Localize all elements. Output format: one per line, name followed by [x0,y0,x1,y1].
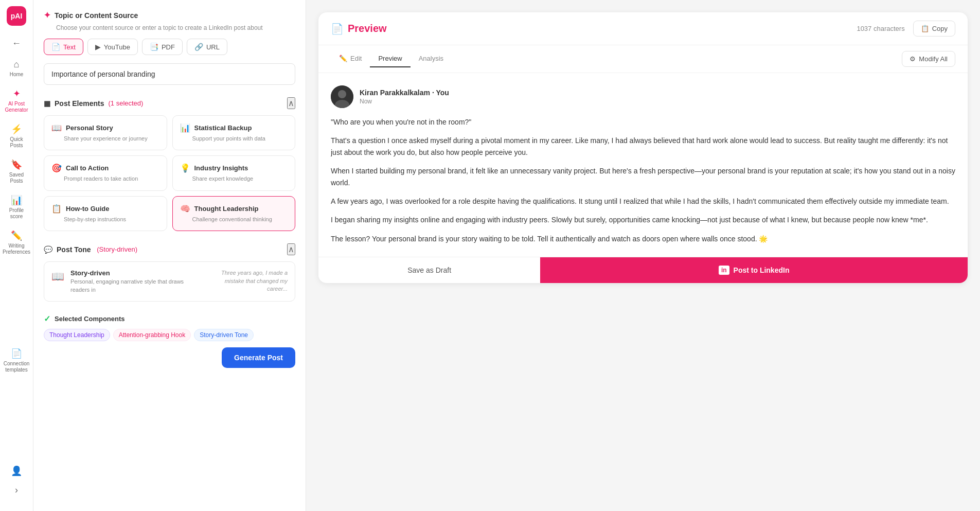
app-logo: pAI [7,6,26,26]
element-card-how-to-guide[interactable]: 📋 How-to Guide Step-by-step instructions [44,196,167,231]
thought-leadership-title: Thought Leadership [194,205,259,213]
element-card-industry-insights[interactable]: 💡 Industry Insights Share expert knowled… [172,155,296,190]
how-to-guide-header: 📋 How-to Guide [51,204,159,214]
source-tab-youtube[interactable]: ▶ YouTube [87,39,138,55]
sidebar-label-writing-prefs: WritingPreferences [3,243,30,255]
author-info: Kiran Parakkalkalam · You Now [360,89,449,105]
edit-tab-icon: ✏️ [339,55,347,62]
post-elements-section: ▦ Post Elements (1 selected) ∧ 📖 Persona… [44,97,295,231]
component-tags: Thought Leadership Attention-grabbing Ho… [44,329,295,341]
expand-icon: › [15,485,18,496]
component-tag-attention-hook[interactable]: Attention-grabbing Hook [113,329,191,341]
post-para-3: A few years ago, I was overlooked for a … [331,196,955,207]
sidebar-item-ai-post[interactable]: ✦ AI PostGenerator [2,84,31,117]
post-elements-icon: ▦ [44,99,50,108]
element-card-statistical-backup[interactable]: 📊 Statistical Backup Support your points… [172,115,296,150]
topic-input[interactable] [44,63,295,85]
post-to-linkedin-button[interactable]: in Post to LinkedIn [540,257,968,283]
post-author: Kiran Parakkalkalam · You Now [331,85,955,108]
sidebar-label-ai-post: AI PostGenerator [5,101,28,113]
post-tone-title: Post Tone [57,245,91,254]
copy-button[interactable]: 📋 Copy [913,21,955,37]
topic-icon: ✦ [44,10,50,20]
component-tag-thought-leadership[interactable]: Thought Leadership [44,329,110,341]
elements-grid: 📖 Personal Story Share your experience o… [44,115,295,231]
preview-scroll-area[interactable]: "Who are you when you're not in the room… [331,116,955,244]
tone-desc: Personal, engaging narrative style that … [70,278,199,294]
call-to-action-header: 🎯 Call to Action [51,163,159,173]
preview-tab-label: Preview [378,55,402,62]
statistical-backup-title: Statistical Backup [194,124,252,132]
sidebar-item-quick-posts[interactable]: ⚡ QuickPosts [2,119,31,153]
pdf-tab-icon: 📑 [150,43,158,51]
personal-story-header: 📖 Personal Story [51,123,159,133]
tab-analysis[interactable]: Analysis [411,50,452,67]
generate-post-button[interactable]: Generate Post [222,347,295,368]
element-card-personal-story[interactable]: 📖 Personal Story Share your experience o… [44,115,167,150]
preview-title-text: Preview [348,23,387,34]
post-para-1: That's a question I once asked myself du… [331,135,955,158]
analysis-tab-label: Analysis [419,55,443,62]
author-badge: · You [432,89,449,97]
preview-container: 📄 Preview 1037 characters 📋 Copy ✏️ Edi [318,12,968,283]
edit-tab-label: Edit [350,55,362,62]
modify-all-icon: ⚙ [910,55,916,63]
sidebar-item-writing-prefs[interactable]: ✏️ WritingPreferences [2,226,31,259]
sidebar-expand-button[interactable]: › [2,481,31,500]
post-elements-collapse-button[interactable]: ∧ [287,97,295,109]
post-tone-header-row: 💬 Post Tone (Story-driven) ∧ [44,243,295,255]
preview-content: Kiran Parakkalkalam · You Now "Who are y… [318,73,968,257]
author-avatar [331,85,353,108]
source-tabs: 📄 Text ▶ YouTube 📑 PDF 🔗 URL [44,39,295,55]
tab-preview[interactable]: Preview [370,50,410,67]
author-time: Now [360,98,449,105]
modify-all-button[interactable]: ⚙ Modify All [902,51,955,67]
sidebar-label-connection-templates: Connectiontemplates [4,361,30,373]
preview-header: 📄 Preview 1037 characters 📋 Copy [318,12,968,45]
back-button[interactable]: ← [8,34,25,53]
ai-post-icon: ✦ [13,88,21,99]
selected-components-section: ✓ Selected Components Thought Leadership… [44,314,295,341]
post-elements-title: Post Elements [55,99,104,108]
sidebar-item-connection-templates[interactable]: 📄 Connectiontemplates [2,344,31,377]
save-draft-button[interactable]: Save as Draft [318,258,540,283]
personal-story-title: Personal Story [66,124,113,132]
url-tab-icon: 🔗 [194,43,203,51]
sidebar-label-home: Home [10,72,24,78]
sidebar-item-saved-posts[interactable]: 🔖 SavedPosts [2,155,31,188]
selected-badge: (1 selected) [108,99,143,107]
tone-card-story-driven[interactable]: 📖 Story-driven Personal, engaging narrat… [44,261,295,302]
thought-leadership-desc: Challenge conventional thinking [192,216,288,223]
sidebar-item-home[interactable]: ⌂ Home [2,55,31,82]
post-para-4: I began sharing my insights online and e… [331,214,955,225]
source-tab-pdf[interactable]: 📑 PDF [142,39,183,55]
text-tab-label: Text [63,43,76,51]
thought-leadership-header: 🧠 Thought Leadership [180,204,288,214]
post-tone-collapse-button[interactable]: ∧ [287,243,295,255]
industry-insights-icon: 💡 [180,163,190,173]
sidebar-label-saved-posts: SavedPosts [9,172,24,184]
tone-preview: Three years ago, I made a mistake that c… [205,269,288,293]
preview-tabs-bar: ✏️ Edit Preview Analysis ⚙ Modify All [318,45,968,73]
tab-edit[interactable]: ✏️ Edit [331,50,370,67]
post-linkedin-label: Post to LinkedIn [734,266,790,274]
source-tab-text[interactable]: 📄 Text [44,39,83,55]
pdf-tab-label: PDF [162,43,175,51]
post-text: "Who are you when you're not in the room… [331,116,955,244]
profile-score-icon: 📊 [11,195,22,206]
element-card-call-to-action[interactable]: 🎯 Call to Action Prompt readers to take … [44,155,167,190]
element-card-thought-leadership[interactable]: 🧠 Thought Leadership Challenge conventio… [172,196,296,231]
sidebar-item-profile-score[interactable]: 📊 Profilescore [2,190,31,224]
post-tone-title-row: 💬 Post Tone (Story-driven) [44,245,137,254]
tone-info: Story-driven Personal, engaging narrativ… [70,269,199,294]
source-tab-url[interactable]: 🔗 URL [187,39,227,55]
topic-section-header: ✦ Topic or Content Source [44,10,295,20]
sidebar-item-avatar[interactable]: 👤 [2,461,31,481]
linkedin-icon: in [719,266,729,275]
sidebar-label-profile-score: Profilescore [9,207,24,220]
call-to-action-title: Call to Action [66,164,109,172]
component-tag-story-tone[interactable]: Story-driven Tone [194,329,254,341]
check-icon: ✓ [44,314,50,324]
statistical-backup-icon: 📊 [180,123,190,133]
preview-title: 📄 Preview [331,23,387,35]
